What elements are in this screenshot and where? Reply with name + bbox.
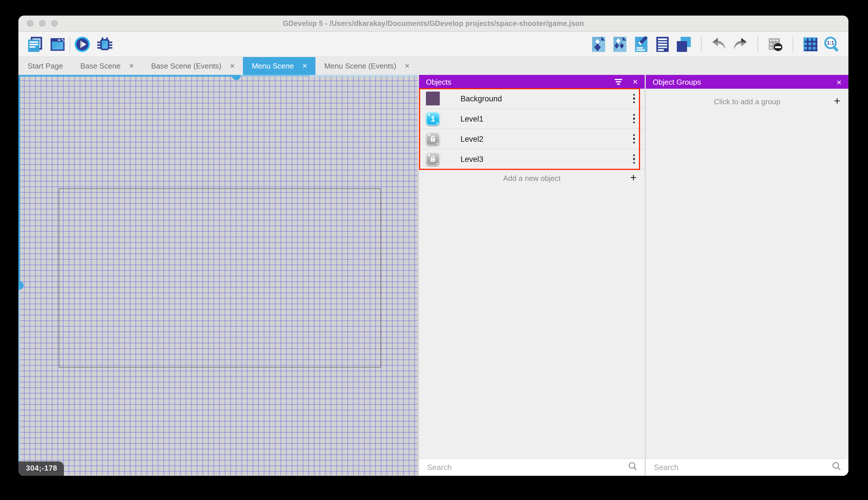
background-thumbnail — [426, 92, 440, 105]
tab-close-icon[interactable]: × — [303, 62, 307, 70]
plus-icon[interactable]: + — [630, 171, 637, 184]
debug-icon[interactable] — [97, 36, 113, 52]
toggle-mask-icon[interactable] — [767, 36, 783, 52]
play-preview-icon[interactable] — [74, 36, 90, 52]
scene-window-border — [59, 189, 381, 367]
plus-icon[interactable]: + — [834, 95, 840, 107]
object-row-background[interactable]: Background — [419, 89, 645, 109]
groups-panel-empty-area — [646, 114, 848, 458]
tab-label: Base Scene — [80, 61, 120, 70]
object-menu-kebab-icon[interactable] — [629, 132, 639, 146]
search-icon — [832, 462, 842, 474]
vertical-scrollbar[interactable] — [19, 75, 20, 476]
object-name: Level1 — [460, 114, 483, 123]
search-icon — [628, 462, 638, 474]
object-name: Background — [460, 94, 502, 103]
tab-close-icon[interactable]: × — [230, 62, 235, 70]
add-new-object-button[interactable]: Add a new object + — [419, 169, 645, 186]
close-icon[interactable]: × — [836, 78, 842, 86]
objects-search-bar — [419, 458, 645, 476]
tab-label: Menu Scene (Events) — [324, 61, 396, 70]
scene-canvas[interactable]: 304;-178 — [19, 75, 418, 476]
horizontal-scrollbar[interactable] — [19, 75, 418, 77]
object-list: Background 1 Level1 — [419, 89, 645, 169]
object-name: Level2 — [460, 135, 483, 143]
object-name: Level3 — [460, 155, 483, 163]
object-row-level1[interactable]: 1 Level1 — [419, 109, 645, 129]
toolbar-separator — [70, 36, 70, 52]
project-manager-icon[interactable] — [27, 36, 43, 52]
properties-icon[interactable] — [633, 36, 649, 52]
add-group-label: Click to add a group — [714, 97, 780, 106]
tab-base-scene[interactable]: Base Scene × — [72, 57, 142, 75]
object-groups-panel: Object Groups × Click to add a group + — [646, 75, 848, 476]
instances-list-icon[interactable] — [655, 36, 671, 52]
tab-label: Base Scene (Events) — [151, 61, 221, 70]
tab-label: Start Page — [28, 61, 63, 70]
tab-base-scene-events[interactable]: Base Scene (Events) × — [142, 57, 243, 75]
undo-icon[interactable] — [711, 36, 727, 52]
zoom-1-1-icon[interactable]: 1:1 — [824, 36, 840, 52]
object-groups-panel-title: Object Groups — [653, 78, 701, 86]
redo-icon[interactable] — [732, 36, 748, 52]
object-groups-editor-icon[interactable] — [612, 36, 628, 52]
close-icon[interactable]: × — [633, 78, 638, 86]
editor-content: 304;-178 Objects × Background — [19, 75, 848, 476]
object-menu-kebab-icon[interactable] — [629, 112, 639, 126]
tab-start-page[interactable]: Start Page — [19, 57, 72, 75]
objects-panel-title: Objects — [426, 78, 451, 86]
tab-menu-scene-events[interactable]: Menu Scene (Events) × — [316, 57, 418, 75]
objects-panel-empty-area — [419, 186, 645, 458]
object-menu-kebab-icon[interactable] — [629, 152, 639, 166]
cursor-coordinates-badge: 304;-178 — [19, 462, 64, 476]
close-window-button[interactable] — [27, 20, 33, 26]
filter-icon[interactable] — [615, 77, 622, 87]
main-toolbar: 1:1 — [19, 32, 848, 57]
vertical-scrollbar-thumb[interactable] — [19, 281, 24, 290]
svg-text:1:1: 1:1 — [827, 40, 834, 46]
traffic-lights — [27, 20, 58, 26]
level-1-button-thumbnail: 1 — [426, 112, 440, 126]
tab-menu-scene[interactable]: Menu Scene × — [243, 57, 316, 75]
objects-panel: Objects × Background 1 Level1 — [419, 75, 645, 476]
horizontal-scrollbar-thumb[interactable] — [232, 75, 241, 80]
minimize-window-button[interactable] — [39, 20, 46, 26]
tab-close-icon[interactable]: × — [405, 62, 410, 70]
groups-search-input[interactable] — [653, 463, 828, 472]
add-group-button[interactable]: Click to add a group + — [646, 89, 848, 114]
window-title: GDevelop 5 - /Users/dkarakay/Documents/G… — [283, 19, 584, 27]
groups-search-bar — [646, 458, 848, 476]
object-menu-kebab-icon[interactable] — [629, 92, 639, 105]
open-window-icon[interactable] — [49, 36, 66, 52]
toolbar-separator — [758, 36, 758, 52]
object-groups-panel-header: Object Groups × — [646, 75, 848, 89]
lock-icon — [426, 152, 440, 166]
toolbar-separator — [701, 36, 702, 52]
zoom-window-button[interactable] — [51, 20, 58, 26]
title-bar: GDevelop 5 - /Users/dkarakay/Documents/G… — [19, 15, 848, 32]
screen: GDevelop 5 - /Users/dkarakay/Documents/G… — [0, 0, 868, 500]
gdevelop-window: GDevelop 5 - /Users/dkarakay/Documents/G… — [19, 15, 848, 476]
toggle-grid-icon[interactable] — [802, 36, 819, 52]
toolbar-separator — [793, 36, 793, 52]
objects-editor-icon[interactable] — [590, 36, 607, 52]
tab-close-icon[interactable]: × — [129, 62, 134, 70]
tab-label: Menu Scene — [252, 61, 294, 70]
object-row-level3[interactable]: Level3 — [419, 149, 645, 169]
object-row-level2[interactable]: Level2 — [419, 129, 645, 149]
editor-tab-bar: Start Page Base Scene × Base Scene (Even… — [19, 57, 848, 75]
layers-icon[interactable] — [676, 36, 692, 52]
objects-search-input[interactable] — [426, 463, 624, 472]
lock-icon — [426, 132, 440, 146]
objects-panel-header: Objects × — [419, 75, 645, 89]
add-new-object-label: Add a new object — [503, 174, 560, 182]
